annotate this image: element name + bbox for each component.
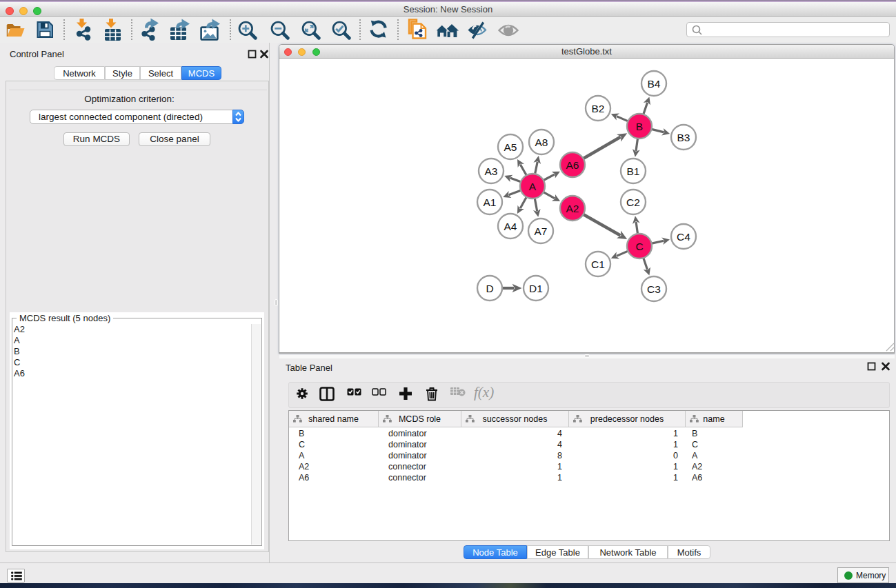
svg-text:A5: A5 (504, 141, 517, 153)
svg-text:C2: C2 (626, 196, 640, 208)
svg-text:A3: A3 (485, 165, 498, 177)
svg-text:C: C (635, 241, 643, 252)
svg-text:A6: A6 (566, 159, 579, 171)
svg-text:C1: C1 (591, 258, 605, 270)
svg-text:A: A (529, 181, 537, 192)
svg-text:A1: A1 (484, 196, 497, 208)
svg-text:B3: B3 (677, 132, 690, 143)
svg-text:A2: A2 (566, 203, 579, 214)
svg-text:B4: B4 (648, 78, 661, 90)
svg-text:B1: B1 (627, 165, 640, 177)
svg-text:A7: A7 (535, 225, 548, 237)
svg-text:B2: B2 (592, 103, 605, 114)
svg-text:A8: A8 (535, 136, 548, 148)
svg-text:A4: A4 (504, 221, 517, 232)
svg-text:C3: C3 (647, 283, 661, 295)
svg-text:C4: C4 (677, 231, 690, 243)
svg-text:B: B (636, 121, 643, 132)
svg-text:D1: D1 (529, 283, 543, 294)
svg-text:D: D (486, 283, 493, 294)
